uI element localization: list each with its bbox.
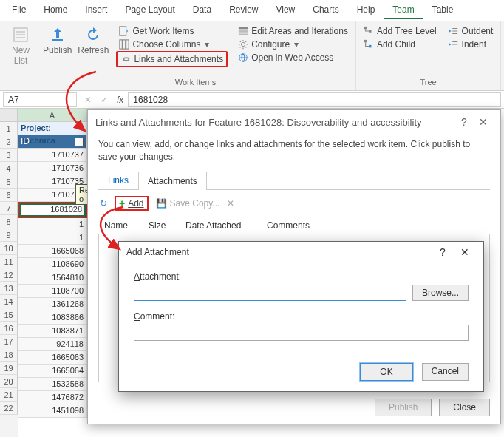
- configure-button[interactable]: Configure ▾: [235, 38, 351, 51]
- comment-input[interactable]: [134, 325, 469, 341]
- id-cell[interactable]: 924118: [18, 338, 87, 351]
- id-cell[interactable]: 1710736: [18, 162, 87, 175]
- save-copy-button[interactable]: 💾 Save Copy...: [156, 198, 220, 209]
- row-header[interactable]: 8: [0, 215, 18, 228]
- id-cell[interactable]: 1564810: [18, 271, 87, 285]
- col-name[interactable]: Name: [98, 217, 143, 234]
- attachment-input[interactable]: [134, 285, 406, 301]
- select-all-corner[interactable]: [0, 109, 18, 122]
- row-header[interactable]: 10: [0, 242, 18, 255]
- row-header[interactable]: 6: [0, 189, 18, 202]
- formula-input[interactable]: 1681028: [128, 92, 501, 107]
- reload-button[interactable]: ↻: [100, 198, 107, 209]
- tab-attachments[interactable]: Attachments: [138, 172, 207, 190]
- filter-icon[interactable]: ▾: [75, 138, 84, 146]
- menu-home[interactable]: Home: [35, 1, 76, 19]
- row-header[interactable]: 14: [0, 295, 18, 308]
- row-header[interactable]: 20: [0, 375, 18, 388]
- fx-icon[interactable]: fx: [112, 95, 128, 105]
- ok-button[interactable]: OK: [360, 363, 412, 381]
- menu-charts[interactable]: Charts: [304, 1, 347, 19]
- delete-button[interactable]: ✕: [227, 198, 234, 209]
- id-cell[interactable]: 1710737: [18, 149, 87, 162]
- links-attachments-label: Links and Attachments: [134, 54, 223, 64]
- add-dialog-close[interactable]: ✕: [454, 246, 476, 258]
- menu-file[interactable]: File: [3, 1, 35, 19]
- name-box[interactable]: A7: [3, 92, 77, 107]
- cancel-button[interactable]: Cancel: [422, 363, 469, 381]
- id-cell[interactable]: 1083871: [18, 325, 87, 338]
- menu-data[interactable]: Data: [184, 1, 220, 19]
- close-button-dialog[interactable]: Close: [439, 399, 490, 416]
- svg-rect-4: [52, 39, 63, 41]
- id-cell[interactable]: 1665063: [18, 351, 87, 365]
- id-cell[interactable]: 1665068: [18, 245, 87, 258]
- add-child-label: Add Child: [377, 39, 415, 50]
- row-header[interactable]: 2: [0, 135, 18, 149]
- cancel-formula-icon[interactable]: ✕: [80, 95, 96, 105]
- outdent-button[interactable]: Outdent: [446, 24, 497, 38]
- accept-formula-icon[interactable]: ✓: [96, 95, 112, 105]
- add-attachment-dialog: Add Attachment ? ✕ Attachment: Browse...…: [118, 241, 484, 392]
- row-header[interactable]: 3: [0, 149, 18, 162]
- col-date[interactable]: Date Attached: [180, 217, 261, 234]
- row-header[interactable]: 13: [0, 282, 18, 295]
- id-cell-selected[interactable]: 1681028: [19, 203, 86, 217]
- open-web-button[interactable]: Open in Web Access: [235, 51, 351, 64]
- id-cell[interactable]: 1083866: [18, 311, 87, 325]
- new-list-button[interactable]: New List: [4, 24, 37, 67]
- row-header[interactable]: 15: [0, 308, 18, 322]
- close-button[interactable]: ✕: [474, 116, 493, 128]
- id-cell[interactable]: 1665064: [18, 365, 87, 378]
- publish-button[interactable]: Publish: [40, 24, 75, 67]
- menu-help[interactable]: Help: [348, 1, 384, 19]
- help-button[interactable]: ?: [454, 116, 474, 128]
- id-cell[interactable]: 1108700: [18, 285, 87, 298]
- id-cell[interactable]: 1476872: [18, 391, 87, 404]
- id-cell[interactable]: 1108690: [18, 258, 87, 271]
- tab-links[interactable]: Links: [98, 171, 138, 189]
- column-header-a[interactable]: A: [18, 109, 87, 122]
- menu-review[interactable]: Review: [220, 1, 267, 19]
- project-cell[interactable]: Project: Technica: [18, 122, 87, 135]
- id-cell[interactable]: 1: [18, 231, 87, 245]
- row-header[interactable]: 17: [0, 335, 18, 348]
- add-dialog-help[interactable]: ?: [432, 246, 454, 258]
- row-header[interactable]: 4: [0, 162, 18, 175]
- row-header[interactable]: 21: [0, 388, 18, 402]
- menu-table[interactable]: Table: [423, 1, 463, 19]
- col-size[interactable]: Size: [143, 217, 180, 234]
- row-header[interactable]: 7: [0, 202, 18, 215]
- choose-columns-button[interactable]: Choose Columns ▾: [116, 38, 228, 51]
- svg-rect-6: [120, 40, 123, 49]
- menu-page-layout[interactable]: Page Layout: [116, 1, 183, 19]
- publish-button-dialog[interactable]: Publish: [375, 399, 432, 416]
- row-header[interactable]: 19: [0, 362, 18, 375]
- add-attachment-button[interactable]: + Add: [115, 196, 149, 211]
- menu-team[interactable]: Team: [384, 1, 423, 19]
- row-header[interactable]: 22: [0, 402, 18, 415]
- browse-button[interactable]: Browse...: [412, 285, 469, 301]
- row-header[interactable]: 12: [0, 268, 18, 282]
- row-header[interactable]: 18: [0, 348, 18, 362]
- links-attachments-button[interactable]: Links and Attachments: [116, 51, 228, 67]
- refresh-button[interactable]: Refresh: [75, 24, 112, 67]
- id-cell[interactable]: 1532588: [18, 378, 87, 391]
- get-work-items-button[interactable]: Get Work Items: [116, 24, 228, 38]
- ribbon-group-tree: Tree: [361, 75, 496, 89]
- row-header[interactable]: 16: [0, 322, 18, 335]
- menu-view[interactable]: View: [267, 1, 304, 19]
- row-header[interactable]: 9: [0, 228, 18, 242]
- row-header[interactable]: 5: [0, 175, 18, 189]
- row-header[interactable]: 11: [0, 255, 18, 268]
- menu-insert[interactable]: Insert: [76, 1, 116, 19]
- id-cell[interactable]: 1451098: [18, 404, 87, 418]
- add-tree-level-button[interactable]: Add Tree Level: [361, 24, 440, 38]
- indent-button[interactable]: Indent: [446, 38, 497, 51]
- row-header[interactable]: 1: [0, 122, 18, 135]
- id-cell[interactable]: 1: [18, 218, 87, 231]
- edit-areas-button[interactable]: Edit Areas and Iterations: [235, 24, 351, 38]
- col-comments[interactable]: Comments: [261, 217, 490, 234]
- add-child-button[interactable]: Add Child: [361, 38, 440, 51]
- id-cell[interactable]: 1361268: [18, 298, 87, 311]
